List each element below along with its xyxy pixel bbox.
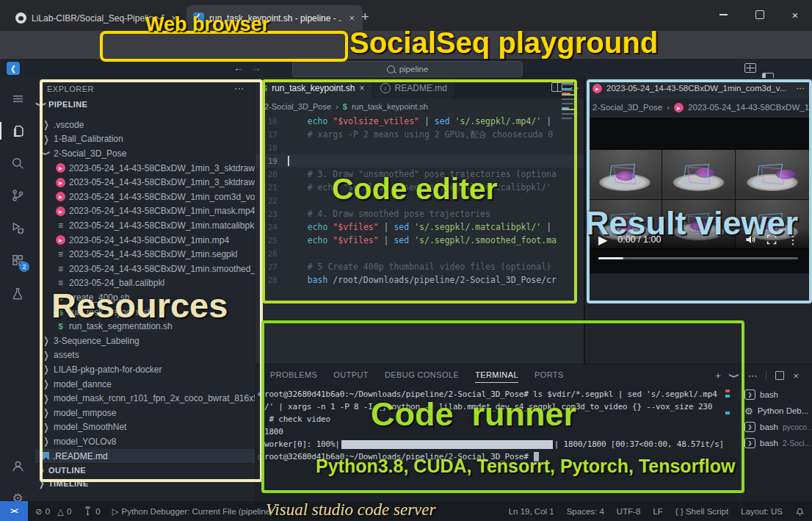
- tree-item[interactable]: ≡2023-05-24_14-43-58CBxDW_1min.matcalibp…: [35, 218, 255, 233]
- debugger-status[interactable]: ▷ Python Debugger: Current File (pipelin…: [112, 506, 273, 517]
- tree-item[interactable]: $run_task_segmentation.sh: [35, 319, 255, 334]
- code-area[interactable]: 16 echo "$volsize_vtiles" | sed 's/.segp…: [255, 115, 584, 364]
- browser-tab-strip: LiLab-CIBR/Social_Seq-Pipeline-P...×run_…: [0, 0, 812, 31]
- breadcrumb-folder[interactable]: 2-Social_3D_Pose: [264, 102, 331, 111]
- panel-tab-debug-console[interactable]: DEBUG CONSOLE: [385, 370, 459, 383]
- extensions-icon[interactable]: 2: [0, 245, 35, 275]
- tree-item[interactable]: ▶2023-05-24_14-43-58CBxDW_1min_com3d_vol…: [35, 190, 255, 204]
- tree-item[interactable]: ≡2023-05-24_14-43-58CBxDW_1min.segpkl: [35, 247, 255, 262]
- search-sidebar-icon[interactable]: [0, 148, 35, 178]
- tree-item[interactable]: ❯1-Ball_Calibration: [35, 132, 255, 147]
- tree-item[interactable]: ❯model_mask_rcnn_r101_fpn_2x_coco_bwrat_…: [35, 391, 255, 406]
- panel-tab-ports[interactable]: PORTS: [534, 370, 564, 383]
- viewer-breadcrumb[interactable]: 2-Social_3D_Pose › ▶ 2023-05-24_14-43-58…: [592, 100, 809, 115]
- close-tab-icon[interactable]: ×: [360, 83, 365, 93]
- chevron-right-icon: ❯: [43, 393, 50, 403]
- volume-icon[interactable]: [745, 234, 756, 245]
- statusbar-item[interactable]: Ln 19, Col 1: [509, 507, 554, 516]
- panel-tab-terminal[interactable]: TERMINAL: [475, 370, 518, 383]
- tree-item[interactable]: ▶2023-05-24_14-43-58CBxDW_1min.mp4: [35, 233, 255, 248]
- terminal-list-item[interactable]: ❯bash: [744, 387, 812, 403]
- browser-tab[interactable]: LiLab-CIBR/Social_Seq-Pipeline-P...×: [9, 5, 185, 31]
- panel-tab-problems[interactable]: PROBLEMS: [270, 370, 317, 383]
- tree-item[interactable]: ▶2023-05-24_14-43-58CBxDW_1min_3_sktdraw…: [35, 161, 255, 176]
- panel-tab-output[interactable]: OUTPUT: [333, 370, 369, 383]
- new-terminal-icon[interactable]: ＋: [713, 369, 722, 382]
- bell-icon[interactable]: [795, 506, 805, 516]
- outline-section[interactable]: ❯ OUTLINE: [38, 463, 251, 476]
- test-beaker-icon[interactable]: [0, 279, 35, 309]
- tree-item[interactable]: ≡2023-05-24_ball.calibpkl: [35, 276, 255, 291]
- tree-item[interactable]: ❯assets: [35, 348, 255, 363]
- tree-item[interactable]: $create_400p.sh: [35, 290, 255, 305]
- close-tab-icon[interactable]: ×: [347, 12, 356, 24]
- tree-item[interactable]: ❯.vscode: [35, 118, 255, 132]
- minimap[interactable]: [562, 81, 581, 162]
- video-player[interactable]: ▶ 0:00 / 1:00 ⋮: [588, 118, 809, 273]
- breadcrumb-file[interactable]: 2023-05-24_14-43-58CBxDW_1: [688, 103, 809, 112]
- video-tab[interactable]: ▶ 2023-05-24_14-43-58CBxDW_1min_com3d_v.…: [585, 78, 812, 98]
- tree-item[interactable]: ❯model_mmpose: [35, 406, 255, 420]
- problems-status[interactable]: ⊘0 △0: [35, 506, 71, 517]
- video-kebab-icon[interactable]: ⋮: [787, 233, 799, 247]
- command-center-search[interactable]: pipeline: [292, 61, 523, 77]
- close-panel-icon[interactable]: ×: [793, 370, 799, 381]
- window-minimize-button[interactable]: [706, 0, 740, 29]
- terminal-list-item[interactable]: ⚙Python Deb...: [744, 403, 812, 419]
- statusbar-item[interactable]: LF: [653, 507, 662, 516]
- tree-item[interactable]: ❯model_SmoothNet: [35, 420, 255, 435]
- tree-item[interactable]: ❯LILAB-pkg-patch-for-docker: [35, 362, 255, 377]
- statusbar-item[interactable]: UTF-8: [617, 507, 641, 516]
- run-debug-icon[interactable]: [0, 213, 35, 242]
- fullscreen-icon[interactable]: [766, 234, 777, 245]
- tree-item[interactable]: ≡2023-05-24_14-43-58CBxDW_1min.smoothed_…: [35, 262, 255, 276]
- panel-more-icon[interactable]: ⋯: [747, 370, 757, 381]
- code-token: # xargs -P 2 means using 2 GPUs,配合 choos…: [308, 129, 554, 140]
- window-close-button[interactable]: ×: [778, 0, 812, 29]
- new-tab-button[interactable]: +: [361, 10, 369, 25]
- tree-item[interactable]: $run_task_keypoint.sh: [35, 305, 255, 320]
- maximize-panel-icon[interactable]: [775, 371, 784, 380]
- account-icon[interactable]: [0, 451, 35, 481]
- tree-item[interactable]: ❯3-Sequence_Labeling: [35, 334, 255, 348]
- timeline-section[interactable]: ❯ TIMELINE: [38, 476, 251, 489]
- viewer-more-icon[interactable]: ⋯: [797, 83, 805, 93]
- workspace-root[interactable]: ❯ PIPELINE: [38, 100, 87, 109]
- customize-layout-icon[interactable]: [744, 63, 756, 73]
- statusbar-item[interactable]: { } Shell Script: [675, 507, 728, 516]
- source-control-icon[interactable]: [0, 181, 35, 210]
- tree-item[interactable]: ❯model_dannce: [35, 377, 255, 392]
- code-server-logo-icon[interactable]: ❮: [7, 62, 20, 75]
- split-editor-icon[interactable]: [551, 82, 562, 92]
- breadcrumb-file[interactable]: run_task_keypoint.sh: [352, 102, 428, 111]
- statusbar-item[interactable]: Layout: US: [741, 507, 783, 516]
- seek-bar[interactable]: [598, 257, 798, 259]
- explorer-more-icon[interactable]: ⋯: [234, 82, 244, 94]
- tree-item[interactable]: ❯model_YOLOv8: [35, 434, 255, 449]
- editor-breadcrumb[interactable]: 2-Social_3D_Pose › $ run_task_keypoint.s…: [264, 100, 428, 113]
- close-tab-icon[interactable]: ×: [170, 12, 178, 24]
- ports-status[interactable]: 0: [83, 506, 100, 516]
- terminal-output[interactable]: root@32680d41b6a0:~/Downloads/pipeline/2…: [264, 388, 722, 498]
- tree-item[interactable]: ❯2-Social_3D_Pose: [35, 146, 255, 161]
- remote-indicator[interactable]: ><: [0, 501, 28, 521]
- tree-item[interactable]: ▶2023-05-24_14-43-58CBxDW_1min_mask.mp4: [35, 204, 255, 219]
- statusbar-item[interactable]: Spaces: 4: [567, 507, 604, 516]
- menu-icon[interactable]: [0, 84, 35, 113]
- nav-forward-icon[interactable]: →: [251, 62, 261, 73]
- terminal-list-item[interactable]: ❯bash2-Soci...: [744, 435, 812, 451]
- explorer-icon[interactable]: [0, 116, 35, 145]
- breadcrumb-folder[interactable]: 2-Social_3D_Pose: [592, 103, 662, 112]
- error-icon: ⊘: [35, 506, 43, 517]
- editor-tab[interactable]: iREADME.md: [373, 78, 455, 98]
- nav-back-icon[interactable]: ←: [233, 62, 244, 73]
- tree-item[interactable]: .README.md: [35, 449, 255, 463]
- terminal-list-item[interactable]: ❯bashpycoco...: [744, 419, 812, 435]
- editor-tab[interactable]: $run_task_keypoint.sh×: [255, 78, 373, 98]
- tree-item[interactable]: ▶2023-05-24_14-43-58CBxDW_1min_3_sktdraw…: [35, 175, 255, 190]
- window-maximize-button[interactable]: [743, 0, 777, 29]
- chevron-down-icon[interactable]: ❯: [730, 373, 740, 379]
- play-icon[interactable]: ▶: [598, 233, 607, 247]
- terminal-prompt-line: root@32680d41b6a0:~/Downloads/pipeline/2…: [264, 450, 722, 463]
- browser-tab[interactable]: run_task_keypoint.sh - pipeline - ...×: [186, 5, 363, 31]
